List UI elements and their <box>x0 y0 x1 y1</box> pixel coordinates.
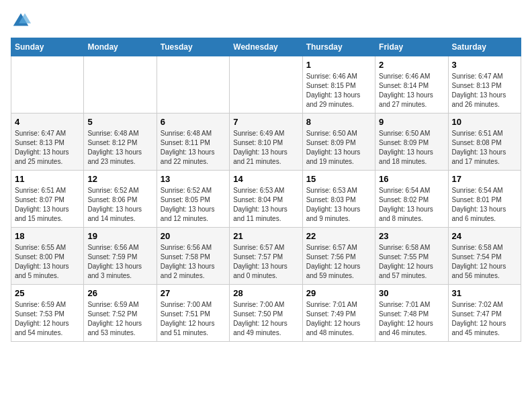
day-header-thursday: Thursday <box>302 38 375 56</box>
day-detail: Sunrise: 6:57 AM Sunset: 7:57 PM Dayligh… <box>233 243 298 281</box>
calendar-cell: 31Sunrise: 7:02 AM Sunset: 7:47 PM Dayli… <box>448 285 521 342</box>
day-detail: Sunrise: 6:51 AM Sunset: 8:08 PM Dayligh… <box>452 129 517 167</box>
calendar-cell: 8Sunrise: 6:50 AM Sunset: 8:09 PM Daylig… <box>302 113 375 171</box>
calendar-body: 1Sunrise: 6:46 AM Sunset: 8:15 PM Daylig… <box>11 56 521 342</box>
day-detail: Sunrise: 6:56 AM Sunset: 7:59 PM Dayligh… <box>87 243 152 281</box>
calendar-cell: 6Sunrise: 6:48 AM Sunset: 8:11 PM Daylig… <box>157 113 229 171</box>
calendar-cell: 2Sunrise: 6:46 AM Sunset: 8:14 PM Daylig… <box>375 56 448 113</box>
day-number: 12 <box>87 174 152 184</box>
day-detail: Sunrise: 6:59 AM Sunset: 7:53 PM Dayligh… <box>15 300 80 338</box>
calendar-cell: 24Sunrise: 6:58 AM Sunset: 7:54 PM Dayli… <box>448 228 521 285</box>
day-number: 24 <box>452 231 517 241</box>
day-header-wednesday: Wednesday <box>230 38 302 56</box>
calendar-cell: 12Sunrise: 6:52 AM Sunset: 8:06 PM Dayli… <box>84 171 157 228</box>
day-detail: Sunrise: 7:01 AM Sunset: 7:48 PM Dayligh… <box>379 300 444 338</box>
calendar-cell: 28Sunrise: 7:00 AM Sunset: 7:50 PM Dayli… <box>230 285 302 342</box>
day-detail: Sunrise: 7:00 AM Sunset: 7:50 PM Dayligh… <box>233 300 298 338</box>
day-number: 28 <box>233 288 298 298</box>
day-number: 4 <box>15 117 80 127</box>
calendar-cell: 9Sunrise: 6:50 AM Sunset: 8:09 PM Daylig… <box>375 113 448 171</box>
day-detail: Sunrise: 6:52 AM Sunset: 8:06 PM Dayligh… <box>87 186 152 224</box>
day-detail: Sunrise: 6:50 AM Sunset: 8:09 PM Dayligh… <box>306 129 371 167</box>
day-number: 10 <box>452 117 517 127</box>
calendar-cell: 13Sunrise: 6:52 AM Sunset: 8:05 PM Dayli… <box>157 171 229 228</box>
calendar-cell: 19Sunrise: 6:56 AM Sunset: 7:59 PM Dayli… <box>84 228 157 285</box>
day-detail: Sunrise: 6:46 AM Sunset: 8:15 PM Dayligh… <box>306 72 371 109</box>
calendar-cell <box>11 56 84 113</box>
day-number: 20 <box>161 231 226 241</box>
day-number: 31 <box>452 288 517 298</box>
calendar-cell: 3Sunrise: 6:47 AM Sunset: 8:13 PM Daylig… <box>448 56 521 113</box>
day-detail: Sunrise: 6:58 AM Sunset: 7:55 PM Dayligh… <box>379 243 444 281</box>
week-row-2: 11Sunrise: 6:51 AM Sunset: 8:07 PM Dayli… <box>11 171 521 228</box>
day-detail: Sunrise: 6:51 AM Sunset: 8:07 PM Dayligh… <box>15 186 80 224</box>
calendar-table: SundayMondayTuesdayWednesdayThursdayFrid… <box>11 38 521 342</box>
calendar-cell: 4Sunrise: 6:47 AM Sunset: 8:13 PM Daylig… <box>11 113 84 171</box>
day-number: 7 <box>233 117 298 127</box>
day-number: 15 <box>306 174 371 184</box>
day-detail: Sunrise: 7:00 AM Sunset: 7:51 PM Dayligh… <box>161 300 226 338</box>
week-row-1: 4Sunrise: 6:47 AM Sunset: 8:13 PM Daylig… <box>11 113 521 171</box>
calendar-cell: 22Sunrise: 6:57 AM Sunset: 7:56 PM Dayli… <box>302 228 375 285</box>
day-number: 6 <box>161 117 226 127</box>
calendar-cell: 7Sunrise: 6:49 AM Sunset: 8:10 PM Daylig… <box>230 113 302 171</box>
logo[interactable] <box>11 11 34 31</box>
calendar-cell: 17Sunrise: 6:54 AM Sunset: 8:01 PM Dayli… <box>448 171 521 228</box>
calendar-cell: 29Sunrise: 7:01 AM Sunset: 7:49 PM Dayli… <box>302 285 375 342</box>
day-detail: Sunrise: 6:50 AM Sunset: 8:09 PM Dayligh… <box>379 129 444 167</box>
day-number: 23 <box>379 231 444 241</box>
day-detail: Sunrise: 6:49 AM Sunset: 8:10 PM Dayligh… <box>233 129 298 167</box>
day-header-sunday: Sunday <box>11 38 84 56</box>
calendar-cell: 20Sunrise: 6:56 AM Sunset: 7:58 PM Dayli… <box>157 228 229 285</box>
calendar-cell: 27Sunrise: 7:00 AM Sunset: 7:51 PM Dayli… <box>157 285 229 342</box>
calendar-cell: 16Sunrise: 6:54 AM Sunset: 8:02 PM Dayli… <box>375 171 448 228</box>
day-number: 16 <box>379 174 444 184</box>
day-number: 5 <box>87 117 152 127</box>
day-detail: Sunrise: 6:54 AM Sunset: 8:02 PM Dayligh… <box>379 186 444 224</box>
day-detail: Sunrise: 6:55 AM Sunset: 8:00 PM Dayligh… <box>15 243 80 281</box>
day-detail: Sunrise: 6:56 AM Sunset: 7:58 PM Dayligh… <box>161 243 226 281</box>
week-row-3: 18Sunrise: 6:55 AM Sunset: 8:00 PM Dayli… <box>11 228 521 285</box>
day-number: 25 <box>15 288 80 298</box>
week-row-4: 25Sunrise: 6:59 AM Sunset: 7:53 PM Dayli… <box>11 285 521 342</box>
calendar-cell: 25Sunrise: 6:59 AM Sunset: 7:53 PM Dayli… <box>11 285 84 342</box>
calendar-cell: 30Sunrise: 7:01 AM Sunset: 7:48 PM Dayli… <box>375 285 448 342</box>
day-number: 18 <box>15 231 80 241</box>
day-number: 2 <box>379 60 444 70</box>
calendar-cell <box>157 56 229 113</box>
calendar-cell: 14Sunrise: 6:53 AM Sunset: 8:04 PM Dayli… <box>230 171 302 228</box>
day-number: 22 <box>306 231 371 241</box>
calendar-cell <box>84 56 157 113</box>
calendar-cell: 11Sunrise: 6:51 AM Sunset: 8:07 PM Dayli… <box>11 171 84 228</box>
calendar-cell: 21Sunrise: 6:57 AM Sunset: 7:57 PM Dayli… <box>230 228 302 285</box>
week-row-0: 1Sunrise: 6:46 AM Sunset: 8:15 PM Daylig… <box>11 56 521 113</box>
calendar-cell <box>230 56 302 113</box>
day-detail: Sunrise: 6:57 AM Sunset: 7:56 PM Dayligh… <box>306 243 371 281</box>
day-detail: Sunrise: 6:53 AM Sunset: 8:03 PM Dayligh… <box>306 186 371 224</box>
calendar-cell: 18Sunrise: 6:55 AM Sunset: 8:00 PM Dayli… <box>11 228 84 285</box>
calendar-cell: 5Sunrise: 6:48 AM Sunset: 8:12 PM Daylig… <box>84 113 157 171</box>
day-detail: Sunrise: 6:54 AM Sunset: 8:01 PM Dayligh… <box>452 186 517 224</box>
day-detail: Sunrise: 6:46 AM Sunset: 8:14 PM Dayligh… <box>379 72 444 109</box>
calendar-cell: 23Sunrise: 6:58 AM Sunset: 7:55 PM Dayli… <box>375 228 448 285</box>
day-detail: Sunrise: 6:48 AM Sunset: 8:11 PM Dayligh… <box>161 129 226 167</box>
day-number: 26 <box>87 288 152 298</box>
day-header-saturday: Saturday <box>448 38 521 56</box>
day-detail: Sunrise: 7:02 AM Sunset: 7:47 PM Dayligh… <box>452 300 517 338</box>
day-number: 8 <box>306 117 371 127</box>
day-number: 21 <box>233 231 298 241</box>
day-number: 17 <box>452 174 517 184</box>
day-number: 1 <box>306 60 371 70</box>
day-detail: Sunrise: 6:53 AM Sunset: 8:04 PM Dayligh… <box>233 186 298 224</box>
day-detail: Sunrise: 6:47 AM Sunset: 8:13 PM Dayligh… <box>452 72 517 109</box>
day-detail: Sunrise: 7:01 AM Sunset: 7:49 PM Dayligh… <box>306 300 371 338</box>
day-number: 13 <box>161 174 226 184</box>
logo-icon <box>11 11 31 31</box>
day-number: 19 <box>87 231 152 241</box>
header-row: SundayMondayTuesdayWednesdayThursdayFrid… <box>11 38 521 56</box>
day-number: 9 <box>379 117 444 127</box>
calendar-cell: 15Sunrise: 6:53 AM Sunset: 8:03 PM Dayli… <box>302 171 375 228</box>
calendar-header: SundayMondayTuesdayWednesdayThursdayFrid… <box>11 38 521 56</box>
day-header-monday: Monday <box>84 38 157 56</box>
day-detail: Sunrise: 6:58 AM Sunset: 7:54 PM Dayligh… <box>452 243 517 281</box>
